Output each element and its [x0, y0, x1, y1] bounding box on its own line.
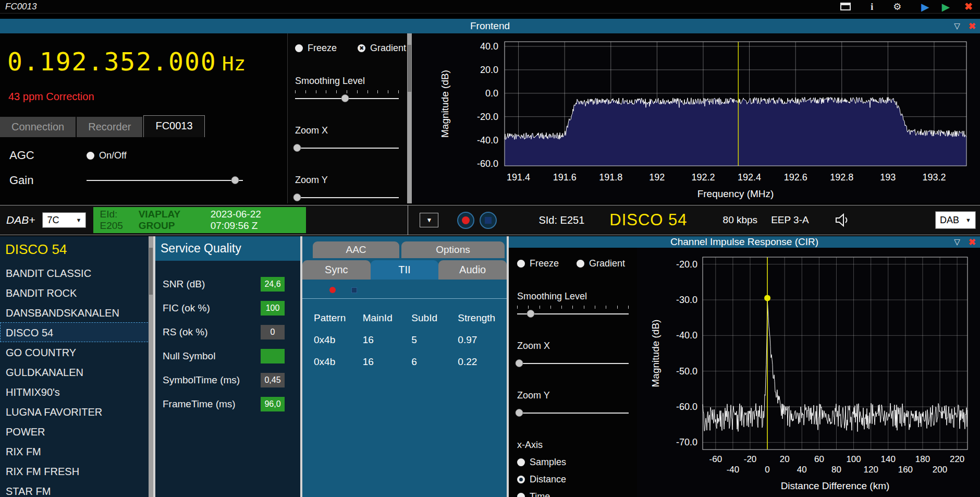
spectrum-zoom-x-slider[interactable] — [295, 143, 399, 153]
x-axis-radio-time[interactable]: Time — [517, 491, 629, 497]
cir-plot[interactable]: -60-40-20020406080100120140160180200220-… — [637, 248, 980, 497]
red-led-icon — [329, 287, 336, 293]
service-item[interactable]: RIX FM FRESH — [0, 461, 153, 481]
window-layout-icon[interactable] — [840, 3, 851, 10]
service-item[interactable]: GO COUNTRY — [0, 342, 153, 362]
svg-text:192: 192 — [649, 172, 665, 183]
radio-dot-icon — [517, 260, 525, 268]
frequency-display: 0.192.352.000Hz — [0, 33, 287, 76]
tab-fc0013[interactable]: FC0013 — [143, 115, 204, 137]
frontend-title: Frontend — [470, 20, 510, 32]
cir-smoothing-slider[interactable] — [517, 309, 629, 319]
stop-button[interactable] — [480, 212, 497, 229]
service-item[interactable]: POWER — [0, 421, 153, 441]
frontend-header: Frontend ▽ ✖ — [0, 19, 980, 33]
svg-text:160: 160 — [898, 465, 913, 475]
cir-title: Channel Impulse Response (CIR) — [670, 236, 818, 248]
cir-close-icon[interactable]: ✖ — [969, 237, 976, 248]
quality-value-badge: 0,45 — [261, 373, 285, 387]
tii-cell: 0x4b — [314, 356, 363, 368]
spectrum-freeze-radio[interactable]: Freeze — [295, 43, 337, 54]
smoothing-label: Smoothing Level — [295, 76, 399, 87]
svg-text:-30.0: -30.0 — [676, 295, 697, 305]
info-icon[interactable]: i — [871, 2, 873, 11]
record-button[interactable] — [457, 212, 474, 229]
service-item[interactable]: RIX FM — [0, 441, 153, 461]
spectrum-controls: Freeze Gradient Smoothing Level Zoom X — [287, 33, 407, 203]
zoom-y-label: Zoom Y — [295, 175, 399, 186]
frontend-close-icon[interactable]: ✖ — [969, 21, 976, 32]
x-axis-radio-distance[interactable]: Distance — [517, 474, 629, 485]
frontend-collapse-icon[interactable]: ▽ — [954, 21, 960, 31]
tab-recorder[interactable]: Recorder — [77, 117, 142, 137]
service-item[interactable]: STAR FM — [0, 481, 153, 497]
svg-text:20.0: 20.0 — [480, 65, 498, 75]
play-blue-icon[interactable]: ▶ — [921, 2, 929, 12]
tab-sync[interactable]: Sync — [302, 260, 371, 280]
cir-smoothing-label: Smoothing Level — [517, 291, 629, 302]
play-green-icon[interactable]: ▶ — [942, 2, 950, 12]
svg-text:192.2: 192.2 — [691, 172, 715, 183]
dab-mode-label: DAB+ — [6, 214, 35, 226]
service-item[interactable]: DISCO 54 — [0, 322, 153, 342]
settings-gear-icon[interactable]: ⚙ — [893, 2, 901, 11]
service-list-scrollbar[interactable] — [149, 236, 153, 497]
close-icon[interactable]: ✖ — [964, 2, 973, 11]
quality-row: SymbolTime (ms)0,45 — [155, 368, 300, 392]
svg-text:100: 100 — [846, 454, 861, 464]
spectrum-scrollbar[interactable] — [407, 33, 412, 203]
cir-gradient-radio[interactable]: Gradient — [577, 258, 625, 269]
service-item[interactable]: DANSBANDSKANALEN — [0, 302, 153, 322]
spectrum-gradient-radio[interactable]: Gradient — [358, 43, 406, 54]
svg-text:140: 140 — [881, 454, 896, 464]
cir-zoom-x-slider[interactable] — [517, 359, 629, 368]
service-item[interactable]: GULDKANALEN — [0, 362, 153, 382]
quality-row: RS (ok %)0 — [155, 320, 300, 344]
channel-select[interactable]: 7C ▼ — [42, 212, 86, 228]
radio-dot-icon — [295, 44, 303, 52]
service-item[interactable]: BANDIT CLASSIC — [0, 263, 153, 283]
quality-row: FrameTime (ms)96,0 — [155, 392, 300, 416]
chevron-down-icon: ▼ — [426, 216, 433, 224]
tab-aac[interactable]: AAC — [313, 241, 399, 258]
service-item[interactable]: LUGNA FAVORITER — [0, 402, 153, 421]
agc-onoff-radio[interactable]: On/Off — [87, 150, 127, 161]
cir-collapse-icon[interactable]: ▽ — [954, 237, 960, 247]
spectrum-zoom-y-slider[interactable] — [295, 193, 399, 202]
tab-audio[interactable]: Audio — [438, 260, 507, 280]
svg-text:Magnitude (dB): Magnitude (dB) — [439, 70, 450, 138]
spectrum-smoothing-slider[interactable] — [295, 94, 399, 103]
x-axis-radio-samples[interactable]: Samples — [517, 457, 629, 468]
quality-value-badge — [261, 349, 285, 363]
agc-label: AGC — [9, 149, 87, 162]
svg-text:0: 0 — [765, 465, 769, 475]
tab-options[interactable]: Options — [401, 241, 505, 258]
gain-slider[interactable] — [87, 176, 243, 185]
radio-x-icon — [358, 44, 365, 52]
spectrum-plot[interactable]: 191.4191.6191.8192192.2192.4192.6192.819… — [412, 33, 980, 203]
window-title: FC0013 — [5, 2, 36, 12]
service-item[interactable]: HITMIX90's — [0, 382, 153, 402]
services-dropdown-button[interactable]: ▼ — [420, 213, 438, 227]
speaker-icon[interactable] — [834, 213, 851, 227]
output-select[interactable]: DAB ▼ — [935, 211, 976, 229]
spectrum-svg: 191.4191.6191.8192192.2192.4192.6192.819… — [412, 33, 980, 203]
cir-freeze-radio[interactable]: Freeze — [517, 258, 559, 269]
ensemble-name: VIAPLAY GROUP — [139, 209, 211, 232]
svg-text:-20.0: -20.0 — [477, 112, 498, 122]
tii-cell: 0.22 — [458, 356, 507, 368]
x-axis-options: SamplesDistanceTime — [517, 457, 629, 497]
svg-text:Magnitude (dB): Magnitude (dB) — [650, 320, 661, 387]
quality-label: FrameTime (ms) — [163, 398, 236, 410]
ppm-correction-text: 43 ppm Correction — [8, 91, 287, 103]
tab-tii[interactable]: TII — [371, 260, 439, 280]
tab-connection[interactable]: Connection — [0, 117, 76, 137]
service-list-header: DISCO 54 — [0, 240, 153, 263]
tii-table-row: 0x4b1660.22 — [314, 356, 507, 368]
cir-header: Channel Impulse Response (CIR) ▽ ✖ — [509, 236, 980, 248]
bottom-section: DISCO 54 BANDIT CLASSICBANDIT ROCKDANSBA… — [0, 236, 980, 497]
service-list-panel: DISCO 54 BANDIT CLASSICBANDIT ROCKDANSBA… — [0, 236, 153, 497]
cir-zoom-y-slider[interactable] — [517, 408, 629, 418]
sync-status-leds — [302, 280, 507, 298]
service-item[interactable]: BANDIT ROCK — [0, 283, 153, 302]
